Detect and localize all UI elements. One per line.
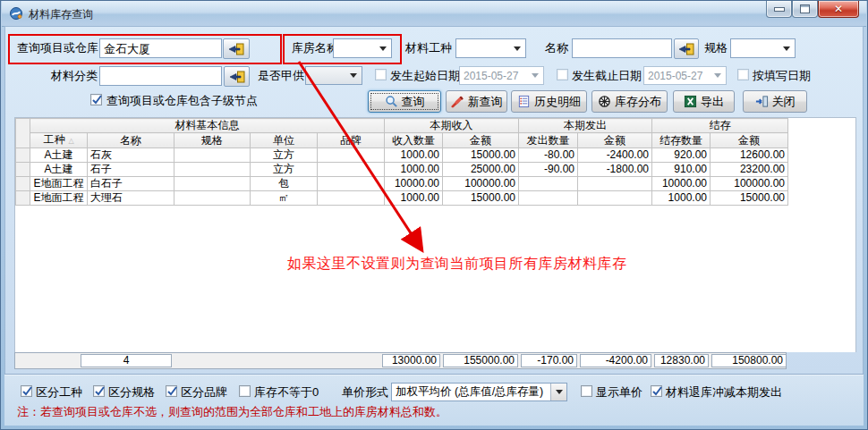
project-or-warehouse-input[interactable]: 金石大厦 (99, 38, 222, 58)
row-selector[interactable] (16, 177, 30, 191)
col-unit[interactable]: 单位 (251, 133, 318, 148)
chevron-down-icon (556, 390, 563, 394)
dropdown-arrow-button[interactable] (550, 384, 566, 400)
col-in-amount[interactable]: 金额 (443, 133, 519, 148)
hand-select-icon (229, 71, 245, 83)
cell-unit: 立方 (251, 148, 318, 163)
distinguish-trade-label: 区分工种 (36, 384, 82, 400)
app-logo-icon (9, 6, 23, 21)
cell-spec (174, 163, 251, 177)
row-selector[interactable] (16, 163, 30, 177)
maximize-button[interactable] (792, 1, 818, 18)
warehouse-name-select[interactable] (333, 38, 392, 58)
col-out-amount[interactable]: 金额 (578, 133, 652, 148)
table-row[interactable]: A土建 石灰 立方 1000.00 15000.00 -80.00 -2400.… (16, 148, 788, 163)
cell-spec (174, 177, 251, 191)
col-bal-amount[interactable]: 金额 (711, 133, 788, 148)
owner-supplied-select[interactable] (305, 66, 362, 85)
start-date-select[interactable]: 2015-05-27 (459, 66, 544, 85)
history-detail-button[interactable]: 历史明细 (511, 90, 587, 113)
row-selector[interactable] (16, 191, 30, 206)
title-bar[interactable]: 材料库存查询 (2, 1, 866, 27)
include-children-checkbox[interactable] (90, 94, 102, 105)
cell-brand (318, 177, 385, 191)
export-button-label: 导出 (701, 94, 724, 110)
cell-bal-amount: 12600.00 (711, 148, 788, 163)
hand-select-icon (678, 43, 694, 55)
show-unit-price-checkbox[interactable] (581, 385, 592, 397)
new-query-button[interactable]: 新查询 (446, 90, 507, 113)
cell-out-qty: -80.00 (519, 148, 578, 163)
col-in-qty[interactable]: 收入数量 (385, 133, 443, 148)
cell-trade: E地面工程 (30, 177, 88, 191)
col-out-qty[interactable]: 发出数量 (519, 133, 578, 148)
end-date-select[interactable]: 2015-05-27 (643, 66, 727, 85)
distinguish-brand-checkbox[interactable] (166, 385, 177, 397)
cell-in-qty: 1000.00 (385, 163, 443, 177)
cell-in-amount: 25000.00 (443, 163, 519, 177)
row-selector[interactable] (16, 148, 30, 163)
cell-out-qty (519, 191, 578, 206)
start-date-label: 发生起始日期 (390, 68, 460, 84)
col-spec[interactable]: 规格 (174, 133, 251, 148)
end-date-checkbox[interactable] (557, 69, 568, 80)
cell-in-amount: 15000.00 (443, 148, 519, 163)
return-offset-checkbox[interactable] (651, 385, 662, 397)
close-door-icon (755, 95, 769, 108)
material-category-label: 材料分类 (51, 68, 98, 84)
unit-price-mode-select[interactable]: 加权平均价 (总库值/总库存量) (391, 383, 567, 401)
query-button[interactable]: 查询 (368, 90, 441, 113)
distinguish-spec-checkbox[interactable] (93, 385, 105, 397)
by-fill-date-label: 按填写日期 (753, 68, 811, 84)
chevron-down-icon (714, 73, 721, 78)
close-button[interactable]: ✕ (818, 1, 859, 18)
project-picker-button[interactable] (223, 38, 250, 59)
col-brand[interactable]: 品牌 (318, 133, 385, 148)
cell-in-amount: 100000.00 (443, 177, 519, 191)
stock-distribution-button[interactable]: 库存分布 (591, 90, 668, 113)
spec-select[interactable] (730, 38, 796, 58)
cell-bal-qty: 1000.00 (652, 191, 711, 206)
material-trade-select[interactable] (455, 38, 526, 58)
group-period-income: 本期收入 (385, 119, 519, 133)
cell-in-amount: 15000.00 (443, 191, 519, 206)
table-row[interactable]: E地面工程 大理石 ㎡ 1000.00 15000.00 1000.00 150… (16, 191, 788, 206)
cell-out-qty: -90.00 (519, 163, 578, 177)
header-column-row: 工种△ 名称 规格 单位 品牌 收入数量 金额 发出数量 金额 结存数量 金额 (16, 133, 788, 148)
cell-name: 石子 (88, 163, 174, 177)
summary-in-qty: 13000.00 (382, 354, 440, 367)
col-bal-qty[interactable]: 结存数量 (652, 133, 711, 148)
window-title: 材料库存查询 (29, 7, 93, 22)
material-category-input[interactable] (99, 66, 222, 86)
cell-bal-amount: 100000.00 (711, 177, 788, 191)
start-date-checkbox[interactable] (375, 69, 387, 80)
table-row[interactable]: A土建 石子 立方 1000.00 25000.00 -90.00 -1800.… (16, 163, 788, 177)
minimize-button[interactable] (766, 1, 792, 18)
close-dialog-button-label: 关闭 (772, 94, 796, 110)
check-icon (93, 384, 106, 398)
cell-spec (174, 191, 251, 206)
cell-bal-amount: 15000.00 (711, 191, 788, 206)
distribution-icon (598, 95, 611, 108)
close-dialog-button[interactable]: 关闭 (743, 90, 807, 113)
export-button[interactable]: 导出 (673, 90, 735, 113)
distinguish-trade-checkbox[interactable] (21, 385, 32, 397)
col-trade[interactable]: 工种△ (30, 133, 88, 148)
name-picker-button[interactable] (674, 38, 699, 59)
project-or-warehouse-label: 查询项目或仓库 (17, 40, 98, 56)
summary-row-count: 4 (81, 354, 172, 367)
chevron-down-icon (532, 73, 539, 78)
cell-unit: 立方 (251, 163, 318, 177)
name-input[interactable] (572, 38, 672, 58)
category-picker-button[interactable] (224, 66, 250, 87)
return-offset-label: 材料退库冲减本期发出 (666, 384, 782, 400)
cell-out-amount: -1800.00 (578, 163, 652, 177)
start-date-value: 2015-05-27 (464, 70, 518, 82)
by-fill-date-checkbox[interactable] (737, 69, 749, 80)
table-row[interactable]: E地面工程 白石子 包 10000.00 100000.00 10000.00 … (16, 177, 788, 191)
cell-out-amount: -2400.00 (578, 148, 652, 163)
material-inventory-query-window: 材料库存查询 ✕ 查询项目或仓库 金石大厦 库房名称 材料工种 名称 规格 材料… (0, 0, 868, 430)
col-name[interactable]: 名称 (88, 133, 174, 148)
stock-nonzero-checkbox[interactable] (239, 385, 251, 397)
cell-brand (318, 163, 385, 177)
